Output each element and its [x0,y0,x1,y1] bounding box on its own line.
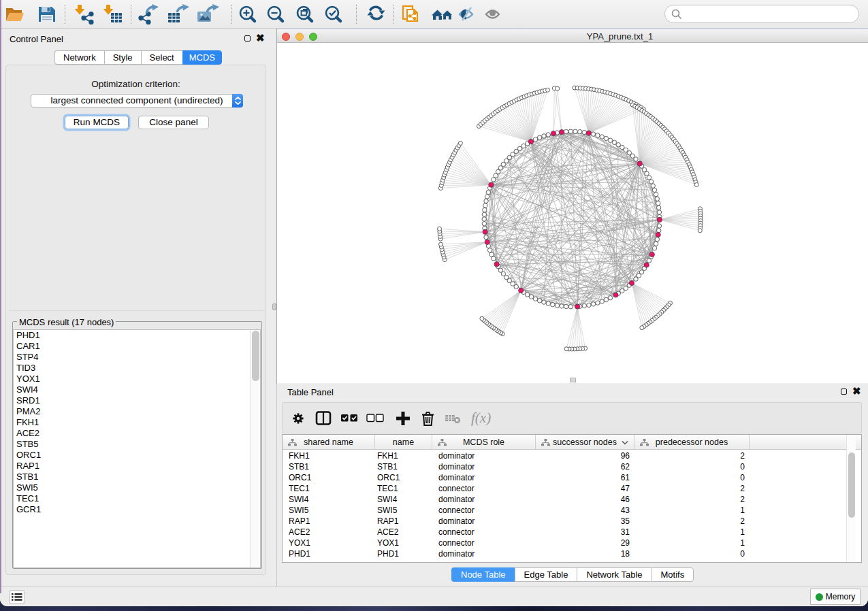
svg-text:f(x): f(x) [471,410,491,426]
